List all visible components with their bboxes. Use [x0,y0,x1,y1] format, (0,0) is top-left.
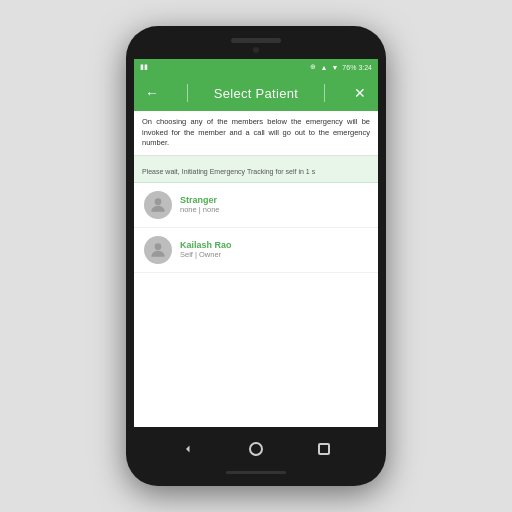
gps-icon: ⊕ [310,63,316,71]
back-button[interactable]: ← [142,85,162,101]
description-box: On choosing any of the members below the… [134,111,378,156]
wifi-icon: ▲ [320,64,327,71]
recents-square [318,443,330,455]
svg-point-0 [155,198,162,205]
bottom-notch [226,471,286,474]
patient-info-stranger: Stranger none | none [180,195,220,214]
battery-text: 76% [342,64,356,71]
patient-item-stranger[interactable]: Stranger none | none [134,183,378,228]
patient-name-kailash: Kailash Rao [180,240,232,250]
recents-nav-button[interactable] [314,439,334,459]
patient-item-kailash[interactable]: Kailash Rao Self | Owner [134,228,378,273]
phone-top [134,38,378,55]
patient-detail-kailash: Self | Owner [180,250,232,259]
status-right: ⊕ ▲ ▼ 76% 3:24 [310,63,372,71]
status-bar: ▮▮ ⊕ ▲ ▼ 76% 3:24 [134,59,378,75]
description-text: On choosing any of the members below the… [142,117,370,149]
page-title: Select Patient [214,86,298,101]
svg-point-1 [155,243,162,250]
signal-icon: ▼ [331,64,338,71]
home-nav-button[interactable] [246,439,266,459]
patient-info-kailash: Kailash Rao Self | Owner [180,240,232,259]
avatar-kailash [144,236,172,264]
screen: ▮▮ ⊕ ▲ ▼ 76% 3:24 ← Select Patient ✕ On … [134,59,378,427]
notice-bar: Please wait, Initiating Emergency Tracki… [134,156,378,183]
speaker [231,38,281,43]
avatar-stranger [144,191,172,219]
patient-name-stranger: Stranger [180,195,220,205]
notice-text: Please wait, Initiating Emergency Tracki… [142,168,315,175]
header-divider-right [324,84,325,102]
svg-marker-2 [186,446,190,453]
sim-icon: ▮▮ [140,63,148,71]
close-button[interactable]: ✕ [350,85,370,101]
header-divider-left [187,84,188,102]
back-nav-button[interactable] [178,439,198,459]
phone-bottom-nav [134,431,378,467]
patient-list: Stranger none | none Kailash Rao Self | … [134,183,378,428]
home-circle [249,442,263,456]
time-text: 3:24 [358,64,372,71]
phone-frame: ▮▮ ⊕ ▲ ▼ 76% 3:24 ← Select Patient ✕ On … [126,26,386,486]
patient-detail-stranger: none | none [180,205,220,214]
app-header: ← Select Patient ✕ [134,75,378,111]
camera [253,47,259,53]
status-left: ▮▮ [140,63,150,71]
